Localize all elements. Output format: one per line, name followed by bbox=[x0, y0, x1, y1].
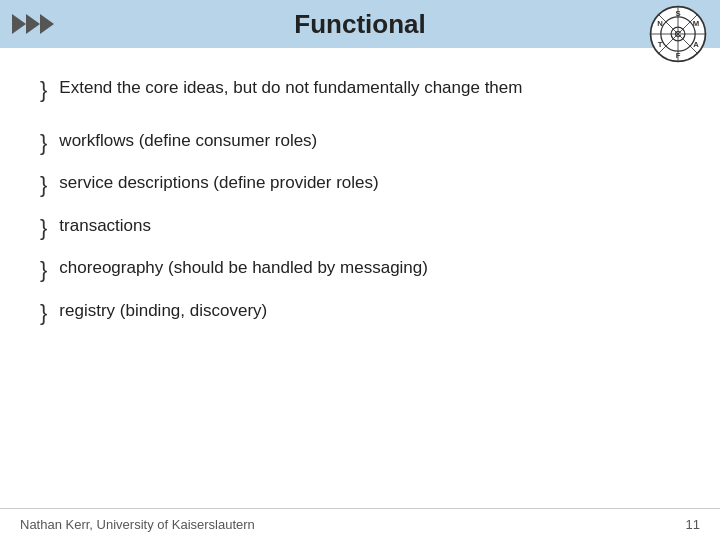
slide-header: Functional S M A F T N C bbox=[0, 0, 720, 48]
bullet-item-1: } Extend the core ideas, but do not fund… bbox=[40, 76, 680, 105]
bullet-symbol-1: } bbox=[40, 76, 47, 105]
sub-bullet-symbol-3: } bbox=[40, 256, 47, 285]
footer-page-number: 11 bbox=[686, 517, 700, 532]
sub-bullet-item-0: } workflows (define consumer roles) bbox=[40, 129, 680, 158]
sub-bullet-text-0: workflows (define consumer roles) bbox=[59, 129, 317, 153]
slide-body: } Extend the core ideas, but do not fund… bbox=[0, 48, 720, 362]
sub-bullet-item-1: } service descriptions (define provider … bbox=[40, 171, 680, 200]
sub-bullet-symbol-0: } bbox=[40, 129, 47, 158]
svg-text:M: M bbox=[693, 19, 699, 28]
sub-bullet-item-4: } registry (binding, discovery) bbox=[40, 299, 680, 328]
sub-bullet-text-1: service descriptions (define provider ro… bbox=[59, 171, 378, 195]
slide-footer: Nathan Kerr, University of Kaiserslauter… bbox=[0, 508, 720, 540]
sub-bullet-symbol-2: } bbox=[40, 214, 47, 243]
compass-diagram: S M A F T N C bbox=[648, 4, 708, 68]
svg-marker-1 bbox=[26, 14, 40, 34]
slide-title: Functional bbox=[294, 9, 425, 40]
footer-author: Nathan Kerr, University of Kaiserslauter… bbox=[20, 517, 255, 532]
arrow-decoration bbox=[12, 10, 66, 38]
svg-marker-0 bbox=[12, 14, 26, 34]
sub-bullet-list: } workflows (define consumer roles) } se… bbox=[40, 129, 680, 328]
svg-text:A: A bbox=[693, 40, 699, 49]
sub-bullet-text-4: registry (binding, discovery) bbox=[59, 299, 267, 323]
svg-text:T: T bbox=[658, 40, 663, 49]
sub-bullet-text-2: transactions bbox=[59, 214, 151, 238]
svg-marker-2 bbox=[40, 14, 54, 34]
sub-bullet-item-3: } choreography (should be handled by mes… bbox=[40, 256, 680, 285]
sub-bullet-item-2: } transactions bbox=[40, 214, 680, 243]
sub-bullet-text-3: choreography (should be handled by messa… bbox=[59, 256, 428, 280]
bullet-text-1: Extend the core ideas, but do not fundam… bbox=[59, 76, 522, 100]
sub-bullet-symbol-4: } bbox=[40, 299, 47, 328]
sub-bullet-symbol-1: } bbox=[40, 171, 47, 200]
svg-text:N: N bbox=[657, 19, 663, 28]
